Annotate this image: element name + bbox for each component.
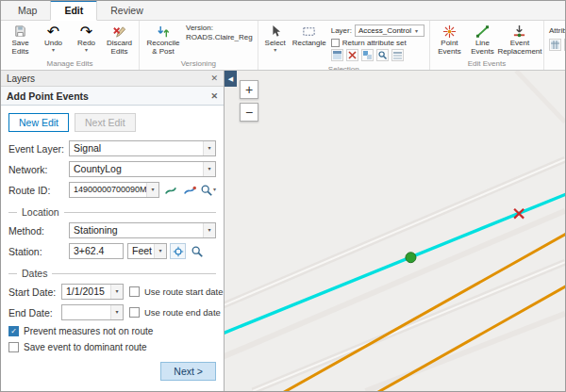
method-dropdown[interactable]: Stationing ▾	[69, 222, 216, 238]
route-id-dropdown[interactable]: 14900000700090M01 ▾	[69, 182, 159, 198]
chevron-down-icon[interactable]: ▾	[110, 305, 123, 319]
next-button[interactable]: Next >	[160, 362, 216, 381]
save-dominant-route-checkbox[interactable]	[8, 342, 19, 352]
group-label-attribute-set	[547, 67, 565, 70]
zoom-to-station-icon[interactable]	[189, 243, 205, 259]
invert-selection-icon[interactable]	[361, 49, 374, 61]
point-event-marker[interactable]	[406, 253, 416, 263]
use-route-end-date-label: Use route end date	[144, 307, 221, 318]
layer-label: Layer:	[331, 26, 352, 35]
end-date-label: End Date:	[8, 307, 61, 318]
background-roads	[225, 71, 565, 391]
units-value: Feet	[132, 245, 152, 256]
new-edit-button[interactable]: New Edit	[8, 113, 69, 132]
station-label: Station:	[8, 246, 69, 257]
redo-icon: ↷	[80, 24, 92, 39]
layers-pane-title: Layers	[7, 74, 35, 84]
chevron-down-icon[interactable]: ▾	[213, 188, 216, 192]
chevron-down-icon[interactable]: ▾	[110, 285, 123, 299]
undo-button[interactable]: ↶ Undo ▾	[37, 22, 70, 53]
tab-map[interactable]: Map	[5, 2, 50, 20]
chevron-down-icon[interactable]: ▾	[146, 183, 158, 197]
tab-edit[interactable]: Edit	[50, 0, 97, 21]
use-route-end-date-checkbox[interactable]	[129, 307, 140, 318]
save-edits-icon	[13, 24, 27, 39]
close-icon[interactable]: ✕	[210, 74, 218, 83]
pick-location-icon[interactable]	[170, 243, 186, 259]
chevron-down-icon[interactable]: ▾	[85, 48, 88, 53]
discard-edits-icon	[112, 24, 126, 39]
chevron-down-icon[interactable]: ▾	[203, 141, 215, 155]
selection-attributes-icon[interactable]	[391, 49, 404, 61]
add-attribute-icon[interactable]	[564, 39, 565, 51]
layers-pane-header[interactable]: Layers ✕	[1, 71, 224, 87]
select-by-attributes-icon[interactable]	[331, 49, 343, 61]
network-value: CountyLog	[74, 163, 122, 174]
rectangle-button[interactable]: Rectangle	[290, 22, 329, 48]
point-events-button[interactable]: Point Events	[433, 22, 466, 57]
map-viewport[interactable]: ◀ + −	[225, 71, 565, 391]
chevron-down-icon: ▾	[415, 27, 418, 34]
start-date-dropdown[interactable]: 1/1/2015 ▾	[61, 284, 124, 300]
group-manage-edits: Save Edits ↶ Undo ▾ ↷ Redo ▾ Discard Edi…	[1, 21, 140, 70]
sketch-route-icon[interactable]	[181, 182, 197, 198]
discard-edits-button[interactable]: Discard Edits	[103, 22, 136, 57]
zoom-out-button[interactable]: −	[240, 103, 258, 122]
reconcile-post-button[interactable]: Reconcile & Post	[142, 22, 184, 57]
zoom-to-route-icon[interactable]: ▾	[200, 182, 216, 198]
clear-selection-icon[interactable]	[346, 49, 358, 61]
attribute-table-icon[interactable]	[549, 39, 561, 51]
rectangle-select-icon	[302, 24, 316, 39]
location-section-title: Location	[22, 206, 59, 218]
units-dropdown[interactable]: Feet ▾	[127, 243, 167, 259]
chevron-down-icon[interactable]: ▾	[274, 48, 276, 53]
add-point-events-pane-header: Add Point Events ✕	[1, 87, 224, 106]
use-route-start-date-label: Use route start date	[144, 286, 223, 297]
chevron-down-icon[interactable]: ▾	[203, 162, 215, 176]
tab-review[interactable]: Review	[97, 2, 156, 20]
event-layer-dropdown[interactable]: Signal ▾	[69, 140, 216, 156]
point-events-label: Point Events	[434, 40, 465, 57]
event-layer-label: Event Layer:	[8, 143, 69, 155]
close-icon[interactable]: ✕	[210, 91, 218, 101]
chevron-down-icon[interactable]: ▾	[52, 48, 55, 53]
event-replacement-label: Event Replacement	[497, 40, 541, 57]
return-attribute-set-label: Return attribute set	[342, 39, 407, 47]
save-edits-button[interactable]: Save Edits	[4, 22, 37, 57]
dates-section-title: Dates	[22, 268, 47, 279]
group-versioning: Reconcile & Post Version: ROADS.Claire_R…	[140, 21, 258, 70]
network-dropdown[interactable]: CountyLog ▾	[69, 161, 216, 177]
station-input[interactable]: 3+62.4	[69, 243, 124, 259]
event-replacement-icon	[512, 24, 526, 39]
network-label: Network:	[8, 164, 69, 175]
pick-route-icon[interactable]	[162, 182, 178, 198]
prevent-measures-checkbox[interactable]: ✓	[8, 326, 19, 336]
location-section-header: Location	[8, 206, 216, 218]
return-attribute-set-checkbox[interactable]	[331, 39, 340, 47]
method-label: Method:	[8, 225, 69, 237]
line-events-button[interactable]: Line Events	[466, 22, 499, 57]
group-attribute-set: Attribute Set: Default ▾	[544, 21, 565, 70]
event-replacement-button[interactable]: Event Replacement	[499, 22, 541, 57]
prevent-measures-label: Prevent measures not on route	[24, 326, 153, 336]
end-date-dropdown[interactable]: ▾	[61, 304, 124, 320]
redo-button[interactable]: ↷ Redo ▾	[70, 22, 103, 53]
reconcile-post-label: Reconcile & Post	[143, 40, 183, 57]
point-events-icon	[442, 24, 457, 39]
route-id-value: 14900000700090M01	[74, 185, 157, 194]
version-value[interactable]: ROADS.Claire_Reg	[186, 33, 253, 42]
collapse-panel-button[interactable]: ◀	[225, 71, 237, 87]
chevron-down-icon[interactable]: ▾	[203, 223, 215, 237]
left-panel: Layers ✕ Add Point Events ✕ New Edit Nex…	[1, 71, 225, 391]
group-label-manage-edits: Manage Edits	[4, 58, 136, 70]
use-route-start-date-checkbox[interactable]	[129, 286, 140, 297]
zoom-in-button[interactable]: +	[240, 80, 258, 99]
chevron-down-icon[interactable]: ▾	[154, 244, 166, 258]
map-canvas[interactable]	[225, 71, 565, 391]
select-button[interactable]: Select ▾	[261, 22, 290, 53]
layer-dropdown[interactable]: Access_Control ▾	[355, 24, 424, 37]
zoom-to-selection-icon[interactable]	[376, 49, 389, 61]
zoom-control: + −	[240, 80, 258, 122]
line-events-icon	[475, 24, 490, 39]
reconcile-post-icon	[157, 24, 171, 39]
